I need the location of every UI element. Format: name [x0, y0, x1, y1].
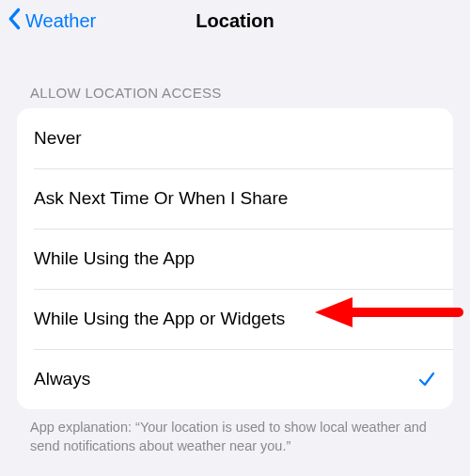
option-never[interactable]: Never — [17, 108, 453, 168]
option-label: While Using the App — [34, 248, 195, 269]
option-label: Ask Next Time Or When I Share — [34, 188, 288, 209]
back-label: Weather — [25, 10, 96, 32]
options-table: Never Ask Next Time Or When I Share Whil… — [17, 108, 453, 409]
option-label: Always — [34, 369, 90, 389]
section-footer: App explanation: “Your location is used … — [17, 409, 453, 455]
option-label: Never — [34, 128, 82, 149]
option-ask-next-time[interactable]: Ask Next Time Or When I Share — [17, 168, 453, 229]
back-button[interactable]: Weather — [8, 8, 96, 35]
option-always[interactable]: Always — [17, 349, 453, 409]
nav-bar: Weather Location — [0, 0, 470, 41]
location-access-section: ALLOW LOCATION ACCESS Never Ask Next Tim… — [0, 85, 470, 455]
chevron-left-icon — [8, 8, 23, 35]
section-header: ALLOW LOCATION ACCESS — [17, 85, 453, 101]
option-while-using-app-or-widgets[interactable]: While Using the App or Widgets — [17, 289, 453, 349]
option-while-using-app[interactable]: While Using the App — [17, 229, 453, 289]
option-label: While Using the App or Widgets — [34, 309, 285, 329]
checkmark-icon — [417, 370, 436, 389]
